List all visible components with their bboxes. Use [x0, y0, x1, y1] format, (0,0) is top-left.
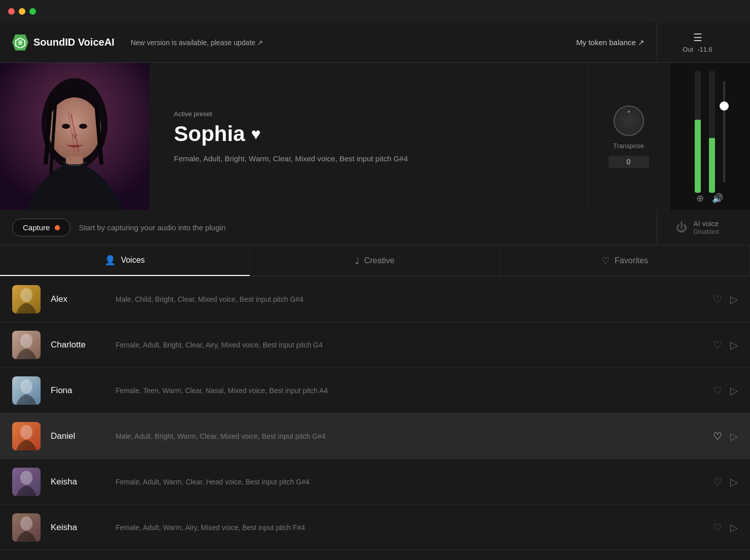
favorite-icon-4[interactable]: ♡: [713, 476, 722, 488]
volume-slider-container: [723, 81, 725, 183]
voice-name-4: Keisha: [51, 477, 112, 487]
preset-name-text: Sophia: [174, 122, 245, 146]
voice-avatar-inner-2: [12, 376, 41, 405]
capture-button[interactable]: Capture: [12, 219, 70, 236]
ai-voice-label: AI voice: [693, 220, 719, 228]
favorite-icon-5[interactable]: ♡: [713, 521, 722, 534]
transpose-knob[interactable]: [614, 106, 644, 136]
meter-bar-right: [709, 71, 715, 193]
play-icon-2[interactable]: ▷: [730, 384, 738, 397]
svg-point-15: [20, 425, 32, 439]
voice-tags-3: Male, Adult, Bright, Warm, Clear, Mixed …: [116, 432, 713, 440]
voice-avatar-inner-4: [12, 468, 41, 496]
tab-voices-label: Voices: [121, 256, 145, 265]
update-notice[interactable]: New version is available, please update …: [131, 39, 577, 47]
preset-tags: Female, Adult, Bright, Warm, Clear, Mixe…: [174, 154, 563, 163]
link-icon[interactable]: ⊕: [696, 193, 704, 204]
voice-avatar-2: [12, 376, 41, 405]
content-row: Active preset Sophia ♥ Female, Adult, Br…: [0, 63, 750, 210]
tab-favorites-label: Favorites: [615, 256, 648, 265]
header: SoundID VoiceAI New version is available…: [0, 22, 750, 63]
voice-list: Alex Male, Child, Bright, Clear, Mixed v…: [0, 276, 750, 560]
capture-instruction: Start by capturing your audio into the p…: [79, 223, 657, 232]
preset-info: Active preset Sophia ♥ Female, Adult, Br…: [150, 63, 588, 210]
tab-voices[interactable]: 👤 Voices: [0, 246, 250, 276]
logo: SoundID VoiceAI: [12, 34, 115, 51]
voice-actions-0: ♡ ▷: [713, 293, 738, 305]
voice-avatar-3: [12, 422, 41, 450]
favorite-icon-0[interactable]: ♡: [713, 293, 722, 305]
transpose-label: Transpose: [613, 142, 644, 150]
voice-row-keisha-5[interactable]: Keisha Female, Adult, Warm, Airy, Mixed …: [0, 505, 750, 550]
voice-actions-3: ♡ ▷: [713, 430, 738, 442]
meter-controls: ⊕ 🔊: [696, 193, 723, 204]
svg-point-17: [20, 516, 32, 531]
menu-icon[interactable]: ☰: [693, 31, 702, 44]
token-balance[interactable]: My token balance ↗: [576, 38, 645, 47]
artist-photo: [0, 63, 150, 210]
ai-voice-status: Disabled: [693, 228, 719, 235]
voice-row-alex-0[interactable]: Alex Male, Child, Bright, Clear, Mixed v…: [0, 276, 750, 322]
tab-favorites[interactable]: ♡ Favorites: [500, 246, 750, 276]
voices-tab-icon: 👤: [104, 255, 116, 266]
voice-avatar-inner-0: [12, 285, 41, 313]
voice-actions-4: ♡ ▷: [713, 476, 738, 488]
svg-point-16: [20, 471, 32, 485]
meter-fill-left: [695, 120, 701, 193]
voice-avatar-inner-3: [12, 422, 41, 450]
voice-tags-1: Female, Adult, Bright, Clear, Airy, Mixe…: [116, 341, 713, 349]
preset-heart-icon[interactable]: ♥: [251, 125, 261, 144]
voice-tags-2: Female, Teen, Warm, Clear, Nasal, Mixed …: [116, 387, 713, 395]
svg-point-12: [20, 288, 32, 302]
voice-name-5: Keisha: [51, 522, 112, 533]
voice-avatar-1: [12, 331, 41, 359]
header-right-panel: ☰ Out -11.6: [657, 22, 738, 62]
voice-row-daniel-3[interactable]: Daniel Male, Adult, Bright, Warm, Clear,…: [0, 413, 750, 459]
svg-point-7: [62, 124, 70, 129]
svg-point-13: [20, 334, 32, 348]
play-icon-5[interactable]: ▷: [730, 521, 738, 534]
play-icon-1[interactable]: ▷: [730, 339, 738, 351]
favorite-icon-2[interactable]: ♡: [713, 384, 722, 397]
maximize-button[interactable]: [29, 8, 36, 15]
voice-name-1: Charlotte: [51, 340, 112, 350]
voice-row-charlotte-1[interactable]: Charlotte Female, Adult, Bright, Clear, …: [0, 322, 750, 368]
voice-tags-5: Female, Adult, Warm, Airy, Mixed voice, …: [116, 523, 713, 532]
logo-icon: [12, 34, 28, 51]
favorite-icon-1[interactable]: ♡: [713, 339, 722, 351]
minimize-button[interactable]: [19, 8, 25, 15]
close-button[interactable]: [8, 8, 15, 15]
out-meter: Out -11.6: [683, 46, 712, 53]
favorite-icon-3[interactable]: ♡: [713, 430, 722, 442]
voice-row-keisha-4[interactable]: Keisha Female, Adult, Warm, Clear, Head …: [0, 459, 750, 505]
volume-slider-track: [723, 81, 725, 183]
power-icon[interactable]: ⏻: [676, 221, 687, 234]
app-wrapper: SoundID VoiceAI New version is available…: [0, 22, 750, 560]
capture-label: Capture: [23, 223, 50, 232]
tab-creative[interactable]: ♩ Creative: [250, 246, 500, 276]
voice-name-2: Fiona: [51, 386, 112, 396]
voice-avatar-inner-5: [12, 513, 41, 542]
volume-panel: ⊕ 🔊: [669, 63, 750, 210]
ai-voice-text: AI voice Disabled: [693, 220, 719, 235]
bottom-section: 👤 Voices ♩ Creative ♡ Favorites Ale: [0, 246, 750, 560]
volume-icon[interactable]: 🔊: [712, 193, 723, 204]
favorites-tab-icon: ♡: [601, 255, 610, 266]
play-icon-4[interactable]: ▷: [730, 476, 738, 488]
volume-slider-thumb[interactable]: [720, 101, 729, 111]
tab-creative-label: Creative: [364, 256, 395, 265]
voice-row-fiona-2[interactable]: Fiona Female, Teen, Warm, Clear, Nasal, …: [0, 368, 750, 413]
knob-dot: [628, 111, 630, 113]
meter-area: [695, 71, 725, 193]
preset-name: Sophia ♥: [174, 122, 563, 146]
voice-avatar-5: [12, 513, 41, 542]
svg-point-14: [20, 379, 32, 394]
voice-actions-5: ♡ ▷: [713, 521, 738, 534]
active-preset-label: Active preset: [174, 110, 563, 118]
meter-fill-right: [709, 138, 715, 193]
svg-point-8: [79, 124, 87, 129]
transpose-value[interactable]: 0: [609, 156, 649, 168]
play-icon-3[interactable]: ▷: [730, 430, 738, 442]
voice-avatar-4: [12, 468, 41, 496]
play-icon-0[interactable]: ▷: [730, 293, 738, 305]
